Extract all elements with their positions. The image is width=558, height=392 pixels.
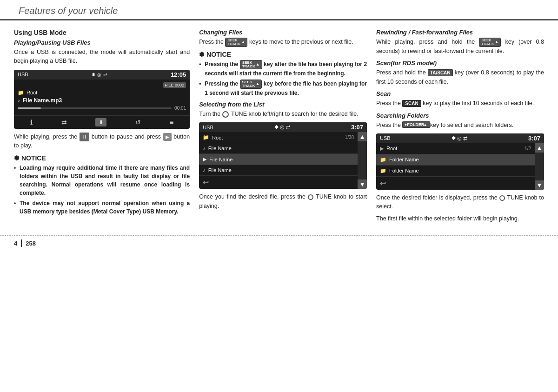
shuffle-btn[interactable]: ⇄ — [61, 119, 67, 126]
folder-list-row-1: 📁 Folder Name — [376, 154, 535, 166]
folder-icon-1: 📁 — [18, 90, 24, 96]
repeat-btn[interactable]: ↺ — [135, 119, 141, 126]
list-file-row-1: ♪ File Name — [199, 143, 358, 154]
search-folders-title: Searching Folders — [376, 112, 544, 119]
list-folder-icon: 📁 — [203, 134, 209, 140]
folder-icon-2-right: 📁 — [380, 168, 386, 174]
folder-label-2: Folder Name — [389, 168, 531, 173]
folder-list-row-2: 📁 Folder Name — [376, 166, 535, 177]
main-content: Using USB Mode Playing/Pausing USB Files… — [0, 20, 558, 231]
page-header: Features of your vehicle — [0, 0, 558, 20]
notice-box-mid: NOTICE Pressing the SEEKTRACK ▲ key afte… — [199, 51, 367, 97]
list-back-row: ↩ — [199, 176, 358, 189]
list-music-icon-1: ♪ — [203, 146, 206, 151]
scan-rds-text: Press and hold the TA/SCAN key (over 0.8… — [376, 68, 544, 86]
scan-title: Scan — [376, 90, 544, 97]
notice-item-mid-2: Pressing the SEEKTRACK ▲ key before the … — [199, 80, 367, 97]
rewind-title: Rewinding / Fast-forwarding Files — [376, 29, 544, 36]
list-count: 1/38 — [345, 135, 354, 140]
folder-icon-root: ▶ — [380, 146, 384, 152]
list-file-label-2: File Name — [209, 157, 354, 162]
intro-text: Once a USB is connected, the mode will a… — [14, 48, 190, 66]
list-file-row-2: ▶ File Name — [199, 154, 358, 165]
usb-screen-1: USB ✱ ◎ ⇄ 12:05 FILE 0002 📁 Root ♪ — [14, 70, 190, 129]
folder-end-text: Once the desired folder is displayed, pr… — [376, 193, 544, 212]
page-number: 4 — [14, 240, 17, 247]
list-folder-label: Root — [212, 135, 342, 140]
notice-title-left: NOTICE — [14, 154, 190, 162]
list-file-label-1: File Name — [208, 146, 354, 151]
usb-list-body-2: 📁 Root 1/38 ♪ File Name ▶ File Name ♪ — [199, 132, 367, 189]
page-footer: 4 258 — [0, 235, 558, 251]
usb-screen-3: USB ✱ ◎ ⇄ 3:07 ▶ Root 1/2 📁 — [376, 133, 544, 190]
usb-icons-2: ✱ ◎ ⇄ — [274, 124, 290, 130]
scan-rds-title: Scan(for RDS model) — [376, 60, 544, 66]
usb-icons-3: ✱ ◎ ⇄ — [452, 135, 467, 141]
left-column: Using USB Mode Playing/Pausing USB Files… — [14, 29, 190, 226]
folder-back-row: ↩ — [376, 177, 535, 190]
usb-label-1: USB — [18, 72, 28, 77]
folder-rows: ▶ Root 1/2 📁 Folder Name 📁 Folder Name ↩ — [376, 143, 535, 190]
scroll-up-btn-3[interactable]: ▲ — [535, 143, 544, 153]
folder-count: 1/2 — [525, 146, 531, 151]
usb-screen-2: USB ✱ ◎ ⇄ 3:07 📁 Root 1/38 ♪ — [199, 122, 367, 189]
notice-title-mid: NOTICE — [199, 51, 367, 58]
page-sub-number: 258 — [26, 240, 36, 247]
usb-list-rows-2: 📁 Root 1/38 ♪ File Name ▶ File Name ♪ — [199, 132, 358, 189]
changing-files-title: Changing Files — [199, 29, 367, 36]
folder-label-root: Root — [386, 146, 522, 151]
folder-name-1: Root — [27, 90, 37, 95]
usb-screen-1-body: FILE 0002 📁 Root ♪ File Name.mp3 00:01 — [14, 80, 190, 115]
list-music-icon-3: ♪ — [203, 167, 206, 173]
folder-row: 📁 Root — [18, 90, 186, 96]
scroll-down-btn[interactable]: ▼ — [358, 179, 367, 189]
tune-knob-icon-2 — [308, 194, 313, 200]
usb-time-2: 3:07 — [351, 124, 363, 131]
music-icon-1: ♪ — [18, 98, 20, 103]
search-folders-text: Press the ▾FOLDER▴ key to select and sea… — [376, 121, 544, 130]
usb-time-3: 3:07 — [528, 135, 540, 142]
tascan-key: TA/SCAN — [428, 69, 453, 76]
folder-label-1: Folder Name — [389, 157, 531, 162]
scan-key: SCAN — [402, 100, 421, 107]
usb-folder-body: ▶ Root 1/2 📁 Folder Name 📁 Folder Name ↩ — [376, 143, 544, 190]
file-row-1: ♪ File Name.mp3 — [18, 97, 186, 104]
notice-list-mid: Pressing the SEEKTRACK ▲ key after the f… — [199, 60, 367, 97]
scroll-col-2: ▲ ▼ — [358, 132, 367, 189]
list-btn[interactable]: ≡ — [170, 119, 173, 126]
folder-list-row-root: ▶ Root 1/2 — [376, 143, 535, 154]
mid-column: Changing Files Press the SEEKTRACK ▲ key… — [199, 29, 367, 226]
notice-item-mid-1: Pressing the SEEKTRACK ▲ key after the f… — [199, 60, 367, 78]
right-column: Rewinding / Fast-forwarding Files While … — [376, 29, 544, 226]
select-end-text: Once you find the desired file, press th… — [199, 193, 367, 211]
usb-label-3: USB — [380, 135, 391, 141]
tune-knob-icon-3 — [499, 195, 505, 201]
notice-list-left: Loading may require additional time if t… — [14, 164, 190, 216]
list-play-icon: ▶ — [203, 156, 206, 162]
usb-screen-2-header: USB ✱ ◎ ⇄ 3:07 — [199, 122, 367, 132]
scan-text: Press the SCAN key to play the first 10 … — [376, 99, 544, 108]
footer-divider — [21, 239, 22, 247]
file-badge: FILE 0002 — [163, 82, 186, 88]
usb-screen-1-header: USB ✱ ◎ ⇄ 12:05 — [14, 70, 190, 80]
rewind-text: While playing, press and hold the SEEKTR… — [376, 38, 544, 56]
info-btn[interactable]: ℹ — [30, 119, 33, 126]
tune-knob-icon-1 — [222, 111, 229, 118]
selecting-list-text: Turn the TUNE knob left/right to search … — [199, 110, 367, 119]
back-arrow-icon: ↩ — [203, 178, 209, 187]
file-name-1: File Name.mp3 — [23, 97, 62, 104]
pause-btn[interactable]: ⏸ — [95, 118, 106, 126]
folder-key: ▾FOLDER▴ — [402, 121, 430, 128]
scroll-down-btn-3[interactable]: ▼ — [535, 180, 544, 190]
notice-box-left: NOTICE Loading may require additional ti… — [14, 154, 190, 216]
usb-screen-3-header: USB ✱ ◎ ⇄ 3:07 — [376, 133, 544, 143]
pause-icon-inline: ⏸ — [80, 133, 89, 141]
notice-item-left-1: Loading may require additional time if t… — [14, 164, 190, 197]
usb-icons-1: ✱ ◎ ⇄ — [92, 72, 107, 77]
scroll-up-btn[interactable]: ▲ — [358, 132, 367, 141]
playing-pausing-subtitle: Playing/Pausing USB Files — [14, 39, 190, 46]
notice-item-left-2: The device may not support normal operat… — [14, 199, 190, 216]
changing-files-text: Press the SEEKTRACK ▲ keys to move to th… — [199, 38, 367, 47]
progress-bar — [18, 107, 172, 109]
seek-track-key-2: SEEKTRACK ▲ — [240, 60, 262, 69]
